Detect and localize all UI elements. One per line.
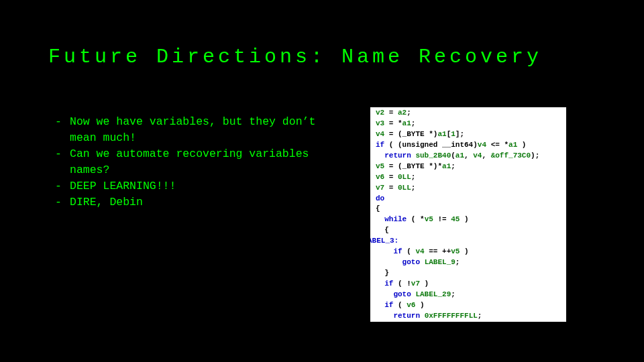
code-token: ): [460, 215, 468, 223]
code-token: v7: [411, 280, 420, 288]
code-token: 0LL: [398, 173, 411, 181]
code-snippet: v2 = a2;v3 = *a1;v4 = (_BYTE *)a1[1];if …: [370, 107, 566, 322]
bullet-dash: -: [55, 178, 70, 194]
code-token: return: [384, 152, 411, 160]
code-token: v3: [376, 119, 384, 127]
code-token: a1: [455, 152, 464, 160]
code-token: ( (unsigned __int64): [384, 141, 478, 149]
bullet-text: DIRE, Debin: [70, 194, 323, 210]
code-token: &off_73C0: [491, 152, 531, 160]
code-token: [376, 247, 393, 255]
code-line: while ( *v5 != 45 ): [370, 215, 566, 225]
code-line: v5 = (_BYTE *)*a1;: [370, 162, 566, 172]
code-token: }: [376, 269, 389, 277]
code-token: v6: [376, 173, 384, 181]
code-token: ABEL_3:: [370, 237, 398, 245]
bullet-item: -Now we have variables, but they don’t m…: [55, 114, 323, 146]
code-token: goto: [402, 258, 420, 266]
bullet-dash: -: [55, 146, 70, 178]
code-token: ): [415, 301, 424, 309]
code-token: [376, 258, 402, 266]
code-line: goto LABEL_29;: [370, 290, 566, 300]
code-token: ,: [464, 152, 473, 160]
code-line: {: [370, 225, 566, 236]
code-token: LABEL_9: [425, 258, 455, 266]
code-line: if ( (unsigned __int64)v4 <= *a1 ): [370, 140, 566, 151]
code-token: 1: [451, 130, 455, 138]
code-token: {: [376, 226, 389, 234]
code-token: do: [376, 194, 384, 202]
code-token: [376, 280, 384, 288]
code-token: sub_2B40: [415, 152, 451, 160]
code-token: 0LL: [398, 184, 411, 192]
code-token: ];: [455, 130, 464, 138]
code-token: ;: [451, 162, 455, 170]
code-token: !=: [433, 215, 451, 223]
code-token: [376, 312, 393, 320]
code-token: ( !: [393, 280, 411, 288]
code-token: = *: [384, 119, 402, 127]
code-token: = (_BYTE *): [384, 130, 437, 138]
code-token: goto: [393, 290, 411, 298]
code-token: v5: [451, 247, 460, 255]
bullet-text: Now we have variables, but they don’t me…: [70, 114, 323, 146]
bullet-item: -DIRE, Debin: [55, 194, 323, 210]
code-line: return sub_2B40(a1, v4, &off_73C0);: [370, 151, 566, 162]
code-token: ): [420, 280, 429, 288]
code-token: v4: [473, 152, 482, 160]
code-token: ( *: [407, 215, 424, 223]
code-token: if: [384, 280, 393, 288]
code-token: =: [384, 109, 398, 117]
code-token: (: [402, 247, 416, 255]
code-line: return 0xFFFFFFFFLL;: [370, 311, 566, 322]
code-token: v4: [478, 141, 486, 149]
code-token: ): [460, 247, 468, 255]
code-token: ,: [482, 152, 490, 160]
code-token: ;: [407, 109, 411, 117]
code-token: v4: [415, 247, 424, 255]
code-line: v3 = *a1;: [370, 119, 566, 129]
code-token: a1: [442, 162, 451, 170]
code-token: ): [517, 141, 526, 149]
code-token: [376, 215, 384, 223]
code-token: );: [531, 152, 539, 160]
bullet-dash: -: [55, 194, 70, 210]
bullet-text: DEEP LEARNING!!!: [70, 178, 323, 194]
code-token: v5: [425, 215, 433, 223]
code-token: {: [376, 204, 380, 213]
slide-title: Future Directions: Name Recovery: [48, 46, 542, 68]
code-token: a1: [508, 141, 517, 149]
code-line: v4 = (_BYTE *)a1[1];: [370, 129, 566, 140]
code-token: if: [376, 141, 384, 149]
code-token: 0xFFFFFFFFLL: [425, 312, 478, 320]
code-line: ABEL_3:: [370, 236, 566, 247]
code-line: do: [370, 194, 566, 204]
code-token: ;: [411, 119, 416, 127]
code-token: if: [393, 247, 402, 255]
code-token: (: [393, 301, 407, 309]
code-token: ;: [455, 258, 460, 266]
code-line: v2 = a2;: [370, 108, 566, 119]
bullet-text: Can we automate recovering variables nam…: [70, 146, 323, 178]
code-token: ;: [478, 312, 482, 320]
code-token: 45: [451, 215, 460, 223]
code-line: if ( !v7 ): [370, 279, 566, 290]
code-token: [376, 301, 384, 309]
code-token: LABEL_29: [415, 290, 451, 298]
code-token: v7: [376, 184, 384, 192]
code-token: == ++: [425, 247, 451, 255]
code-token: [420, 258, 425, 266]
code-token: return: [393, 312, 420, 320]
code-token: <= *: [486, 141, 508, 149]
code-token: v2: [376, 109, 384, 117]
code-token: [420, 312, 425, 320]
code-token: ;: [411, 173, 416, 181]
bullet-item: -Can we automate recovering variables na…: [55, 146, 323, 178]
bullet-list: -Now we have variables, but they don’t m…: [55, 114, 323, 210]
code-token: v5: [376, 162, 384, 170]
code-token: [376, 290, 393, 298]
code-token: = (_BYTE *)*: [384, 162, 442, 170]
code-token: a1: [402, 119, 411, 127]
code-token: if: [384, 301, 393, 309]
code-token: ;: [451, 290, 455, 298]
